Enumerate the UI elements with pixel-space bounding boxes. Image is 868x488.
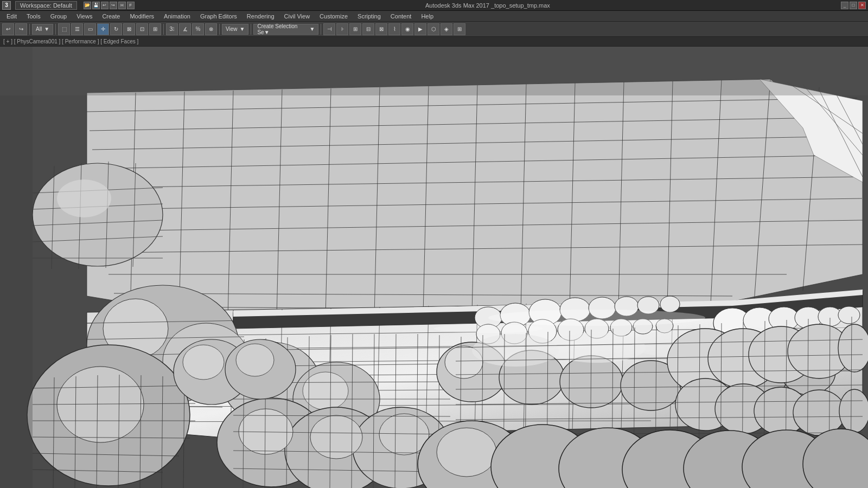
rotate-tool[interactable]: ↻: [110, 23, 122, 35]
spinner-snap[interactable]: ⊗: [205, 23, 217, 35]
svg-point-75: [57, 367, 144, 442]
percent-snap[interactable]: %: [192, 23, 204, 35]
toolbar-sep-5: [251, 24, 251, 35]
render-frame[interactable]: ▶: [414, 23, 426, 35]
window-controls: _ □ ✕: [841, 2, 866, 9]
mirror-tool[interactable]: ⊣: [323, 23, 335, 35]
svg-rect-204: [0, 47, 33, 488]
toolbar-btn-save[interactable]: 💾: [92, 2, 100, 9]
selection-filter-dropdown[interactable]: All▼: [32, 24, 53, 35]
render-production[interactable]: ◈: [441, 23, 452, 35]
svg-point-199: [183, 345, 224, 380]
svg-point-147: [472, 334, 559, 367]
material-editor[interactable]: ⬡: [427, 23, 439, 35]
viewport-config[interactable]: ⊞: [454, 23, 465, 35]
undo-button[interactable]: ↩: [2, 23, 14, 35]
maximize-button[interactable]: □: [850, 2, 857, 9]
workspace-dropdown[interactable]: Workspace: Default: [15, 1, 77, 10]
menu-group[interactable]: Group: [46, 12, 72, 21]
render-setup[interactable]: ◉: [401, 23, 413, 35]
toolbar-sep-6: [321, 24, 321, 35]
svg-point-160: [793, 390, 845, 435]
menu-views[interactable]: Views: [72, 12, 97, 21]
menu-graph-editors[interactable]: Graph Editors: [196, 12, 241, 21]
svg-point-124: [660, 296, 680, 312]
scale-tool[interactable]: ⊠: [123, 23, 135, 35]
svg-point-191: [437, 428, 496, 477]
menu-content[interactable]: Content: [386, 12, 416, 21]
toolbar-btn-undo[interactable]: ↩: [101, 2, 108, 9]
menu-tools[interactable]: Tools: [22, 12, 45, 21]
close-button[interactable]: ✕: [858, 2, 866, 9]
angle-snap[interactable]: ∡: [179, 23, 191, 35]
menu-rendering[interactable]: Rendering: [242, 12, 279, 21]
menu-civil-view[interactable]: Civil View: [280, 12, 314, 21]
select-tool[interactable]: ⬚: [58, 23, 70, 35]
menu-bar: Edit Tools Group Views Create Modifiers …: [0, 11, 868, 22]
svg-point-156: [838, 324, 868, 372]
menu-modifiers[interactable]: Modifiers: [125, 12, 158, 21]
svg-rect-205: [0, 47, 868, 95]
grid-view[interactable]: ⊞: [349, 23, 361, 35]
svg-point-201: [236, 344, 274, 376]
toolbar-btn-hold[interactable]: H: [118, 2, 126, 9]
move-tool[interactable]: ✛: [97, 23, 109, 35]
redo-button[interactable]: ↪: [15, 23, 27, 35]
schematic-view[interactable]: ⊠: [375, 23, 387, 35]
main-toolbar: ↩ ↪ All▼ ⬚ ☰ ▭ ✛ ↻ ⊠ ⊡ ⊞ 3⃟ ∡ % ⊗ View▼ …: [0, 22, 868, 37]
toolbar-sep-4: [219, 24, 220, 35]
toolbar-btn-open[interactable]: 📂: [84, 2, 91, 9]
app-icon: 3: [2, 1, 11, 10]
select-by-name[interactable]: ☰: [71, 23, 83, 35]
menu-help[interactable]: Help: [417, 12, 438, 21]
toolbar-btn-redo[interactable]: ↪: [110, 2, 117, 9]
select-region[interactable]: ⊡: [136, 23, 148, 35]
svg-point-92: [303, 372, 348, 410]
svg-point-138: [838, 306, 860, 324]
rect-select[interactable]: ▭: [84, 23, 96, 35]
menu-edit[interactable]: Edit: [2, 12, 21, 21]
toolbar-btn-fetch[interactable]: F: [127, 2, 135, 9]
menu-create[interactable]: Create: [98, 12, 124, 21]
toolbar-sep-3: [163, 24, 164, 35]
toolbar-sep-2: [55, 24, 56, 35]
layer-manager[interactable]: ⊟: [362, 23, 374, 35]
title-bar: 3 Workspace: Default 📂 💾 ↩ ↪ H F Autodes…: [0, 0, 868, 11]
crossing-mode[interactable]: ⊞: [149, 23, 161, 35]
svg-point-203: [434, 324, 542, 333]
menu-animation[interactable]: Animation: [159, 12, 195, 21]
svg-point-64: [57, 179, 111, 217]
snap-toggle[interactable]: 3⃟: [166, 23, 178, 35]
align-tool[interactable]: ⊦: [336, 23, 348, 35]
curve-editor[interactable]: ⌇: [388, 23, 400, 35]
window-title: Autodesk 3ds Max 2017 _topo_setup_tmp.ma…: [139, 2, 837, 9]
menu-scripting[interactable]: Scripting: [353, 12, 385, 21]
viewport-label: [ + ] [ PhysCamera001 ] [ Performance ] …: [0, 37, 868, 47]
create-selection-dropdown[interactable]: Create Selection Se▼▼: [253, 24, 318, 35]
menu-customize[interactable]: Customize: [315, 12, 352, 21]
viewport-3d[interactable]: [0, 47, 868, 488]
minimize-button[interactable]: _: [841, 2, 848, 9]
toolbar-sep-1: [29, 24, 30, 35]
view-dropdown[interactable]: View▼: [222, 24, 248, 35]
svg-point-161: [839, 389, 868, 433]
mesh-wireframe: [0, 47, 868, 488]
svg-point-202: [488, 310, 705, 326]
